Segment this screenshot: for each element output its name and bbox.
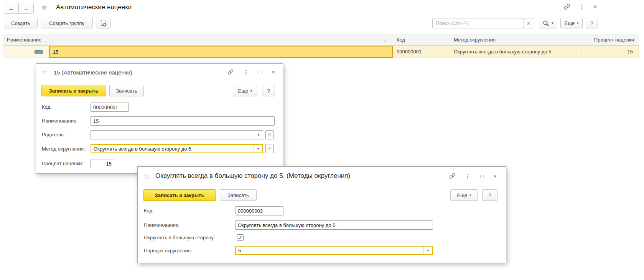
copy-item-button[interactable] (96, 18, 110, 28)
search-dropdown-caret: ▾ (552, 22, 553, 25)
dialog-rounding-method: ☆ Округлять всегда в большую сторону до … (137, 166, 506, 263)
rounding-order-input[interactable] (236, 247, 423, 254)
clear-glyph: × (527, 20, 530, 27)
dialog-title: Округлять всегда в большую сторону до 5.… (155, 172, 350, 180)
name-label: Наименование: (42, 118, 78, 124)
row-name-value: 15 (53, 49, 58, 55)
menu-dots-icon[interactable]: ⋮ (579, 4, 585, 10)
column-header-name[interactable]: Наименование (7, 37, 41, 43)
row-cell-name[interactable]: 15 (49, 46, 393, 58)
table-row[interactable]: 15 000000001 Округлять всегда в большую … (3, 46, 639, 58)
row-percent-value: 15 (628, 49, 633, 55)
row-cell-method[interactable]: Округлять всегда в большую сторону до 5. (450, 46, 582, 58)
row-indent-cell[interactable] (3, 46, 49, 58)
help-button[interactable]: ? (482, 189, 497, 201)
row-cell-code[interactable]: 000000001 (393, 46, 450, 58)
name-field[interactable] (235, 220, 433, 230)
help-button[interactable]: ? (586, 18, 598, 28)
code-label: Код: (144, 208, 154, 214)
link-icon[interactable] (564, 3, 570, 10)
rounding-order-dropdown-button[interactable]: ▾ (423, 247, 432, 254)
code-field[interactable] (235, 206, 283, 215)
name-field[interactable] (91, 116, 275, 126)
favorite-star-icon[interactable]: ★ (40, 2, 48, 13)
rounding-method-input[interactable] (91, 145, 254, 152)
parent-dropdown-button[interactable]: ▾ (254, 131, 263, 139)
round-up-label: Округлять в большую сторону: (144, 235, 235, 240)
more-button-label: Еще (238, 88, 248, 94)
rounding-method-dropdown-button[interactable]: ▾ (254, 145, 262, 152)
maximize-icon[interactable]: □ (259, 69, 262, 75)
parent-combo-field: ▾ (91, 130, 263, 139)
new-document-plus-icon (100, 20, 107, 27)
save-button[interactable]: Записать (220, 189, 257, 201)
dialog-markup-item: ☆ 15 (Автоматические наценки) ⋮ □ × Запи… (36, 63, 283, 174)
back-button[interactable]: ← (4, 3, 19, 13)
dialog-title: 15 (Автоматические наценки) (54, 69, 132, 76)
list-item-icon (35, 50, 43, 54)
parent-input[interactable] (91, 131, 254, 139)
search-box: × (432, 18, 534, 28)
link-icon[interactable] (449, 173, 455, 179)
close-window-icon[interactable]: × (593, 4, 597, 10)
more-button[interactable]: Еще ▾ (233, 85, 257, 96)
save-label: Записать (227, 192, 249, 198)
column-divider (393, 36, 393, 43)
code-field[interactable] (91, 103, 129, 112)
rounding-method-label: Метод округления: (42, 146, 85, 152)
more-button[interactable]: Еще ▾ (560, 18, 583, 28)
markup-percent-label: Процент наценки: (42, 161, 83, 166)
favorite-star-icon[interactable]: ☆ (143, 173, 150, 180)
back-icon: ← (8, 3, 15, 13)
save-and-close-button[interactable]: Записать и закрыть (143, 189, 216, 201)
create-group-button[interactable]: Создать группу (41, 18, 93, 28)
forward-button[interactable]: → (19, 3, 33, 13)
maximize-icon[interactable]: □ (480, 173, 484, 179)
open-choice-icon (268, 132, 271, 138)
more-dropdown-caret: ▾ (469, 194, 471, 197)
more-dropdown-caret: ▾ (250, 89, 252, 93)
search-button[interactable]: ▾ (539, 18, 557, 28)
menu-dots-icon[interactable]: ⋮ (465, 173, 471, 179)
row-method-value: Округлять всегда в большую сторону до 5. (454, 49, 553, 55)
column-divider (582, 36, 582, 43)
round-up-checkbox[interactable]: ✓ (237, 234, 244, 241)
window-header-icons: ⋮ × (564, 3, 597, 10)
search-clear-icon[interactable]: × (523, 18, 534, 28)
search-input[interactable] (433, 18, 523, 28)
dropdown-caret-icon: ▾ (257, 147, 259, 151)
create-button-label: Создать (11, 20, 30, 26)
sort-desc-icon[interactable]: ↓ (384, 37, 386, 43)
more-button[interactable]: Еще ▾ (450, 189, 478, 201)
more-dropdown-caret: ▾ (577, 22, 579, 25)
column-header-method[interactable]: Метод округления (454, 37, 496, 43)
row-cell-percent[interactable]: 15 (582, 46, 639, 58)
menu-dots-icon[interactable]: ⋮ (243, 69, 249, 75)
rounding-method-combo-field: ▾ (91, 144, 263, 153)
create-button[interactable]: Создать (4, 18, 38, 28)
column-header-code[interactable]: Код (397, 37, 405, 43)
save-and-close-label: Записать и закрыть (49, 88, 99, 94)
help-button-label: ? (267, 88, 270, 94)
rounding-method-choice-button[interactable] (265, 144, 274, 153)
help-button[interactable]: ? (262, 85, 275, 96)
favorite-star-icon[interactable]: ☆ (41, 69, 48, 76)
help-button-label: ? (488, 192, 491, 198)
link-icon[interactable] (228, 69, 234, 75)
save-button[interactable]: Записать (109, 85, 144, 96)
save-and-close-button[interactable]: Записать и закрыть (41, 85, 106, 96)
column-divider (450, 36, 450, 43)
more-button-label: Еще (457, 192, 467, 198)
rounding-order-label: Порядок округления: (144, 248, 192, 253)
row-code-value: 000000001 (397, 49, 422, 55)
rounding-order-combo-field: ▾ (235, 246, 433, 255)
create-group-button-label: Создать группу (49, 20, 84, 26)
code-label: Код: (42, 104, 52, 110)
dropdown-caret-icon: ▾ (258, 133, 260, 137)
parent-choice-button[interactable] (265, 130, 274, 139)
markup-percent-field[interactable] (91, 159, 114, 168)
forward-icon: → (23, 3, 29, 13)
close-dialog-icon[interactable]: × (493, 173, 497, 179)
close-dialog-icon[interactable]: × (272, 69, 275, 75)
column-header-percent[interactable]: Процент наценки (594, 37, 634, 43)
